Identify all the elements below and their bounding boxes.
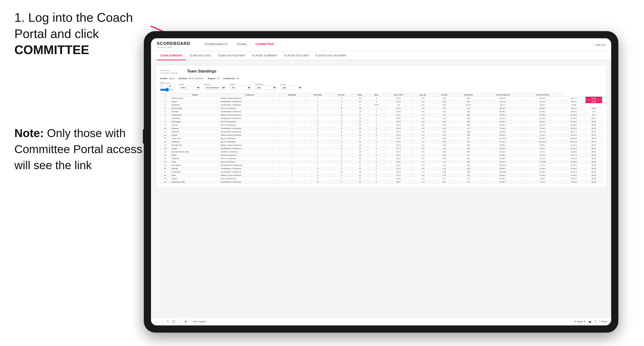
table-cell: Pac-12 Conference [220, 177, 280, 180]
table-cell: 24 [160, 174, 171, 177]
table-cell: 275.7 [385, 113, 412, 117]
toolbar-watch[interactable]: 👁 Watch ▼ [574, 320, 586, 323]
table-cell: 2 [160, 100, 171, 103]
table-cell: 16 [160, 147, 171, 150]
table-cell: 268 [455, 124, 482, 127]
table-cell: 27 [352, 160, 368, 164]
min-rounds-input-2[interactable] [168, 84, 175, 88]
min-rounds-slider[interactable] [160, 88, 174, 91]
table-cell: 2.20 [434, 113, 455, 117]
table-cell: 4 [304, 117, 331, 120]
table-cell: New Mexico [170, 164, 220, 167]
school-select[interactable]: (All) [280, 86, 302, 90]
conference-select[interactable]: (All) [255, 86, 276, 90]
table-cell: Southeastern Conference [220, 127, 280, 130]
sub-nav-player-summary[interactable]: PLAYER SUMMARY [249, 51, 281, 60]
table-cell: 9 [331, 160, 352, 164]
sub-nav-player-h2h-heatmap[interactable]: PLAYER H2H HEATMAP [312, 51, 350, 60]
nav-committee[interactable]: COMMITTEE [251, 38, 278, 51]
toolbar-copy[interactable]: 📋 [171, 320, 176, 324]
logo-area: SCOREBOARD Powered by clippd [157, 41, 190, 48]
table-cell: -5.0 [412, 110, 434, 113]
toolbar-view[interactable]: View: Original [193, 320, 206, 323]
filter-division: Division: NCAA Division I [178, 77, 204, 80]
toolbar-back[interactable]: ← [155, 320, 160, 324]
card-header: Update time: 27/03/2024 16:56:26 Team St… [160, 69, 602, 74]
toolbar-refresh[interactable]: ↻ [166, 320, 170, 324]
table-cell: 23-33-1 [562, 177, 586, 180]
min-rounds-input-1[interactable] [160, 84, 167, 88]
table-cell: -4.0 [412, 107, 434, 110]
table-cell: 8 [160, 120, 171, 124]
table-cell: 3 [368, 130, 385, 134]
table-cell: Pac-12 Conference [220, 124, 280, 127]
table-cell: Oregon [170, 177, 220, 180]
table-cell: 82-25-1 [482, 154, 523, 157]
table-cell: 23 [352, 120, 368, 124]
logo-scoreboard: SCOREBOARD [157, 41, 190, 46]
toolbar-forward[interactable]: → [160, 320, 165, 324]
table-cell: 278.1 [385, 150, 412, 154]
table-row: 5Ole MissSoutheastern Conference—3618127… [160, 110, 602, 113]
table-cell: 4 [368, 150, 385, 154]
table-cell: Atlantic Coast Conference [220, 113, 280, 117]
table-cell: -3.1 [412, 140, 434, 144]
division-select[interactable]: NCAA Division I [204, 86, 226, 90]
table-cell: 60-26-2 [562, 113, 586, 117]
table-cell: 258 [455, 147, 482, 150]
table-cell: 8 [331, 134, 352, 137]
sign-out-link[interactable]: Sign out [596, 43, 606, 46]
table-cell: 80.71 [586, 117, 602, 120]
table-cell: 0.97 [434, 180, 455, 184]
table-cell: 9 [331, 174, 352, 177]
table-cell: 23 [160, 170, 171, 174]
table-cell: 7 [304, 147, 331, 150]
table-cell: 2.01 [434, 134, 455, 137]
table-cell: 38-6-0 [523, 103, 562, 107]
table-cell: — [280, 97, 304, 100]
toolbar-screenshot[interactable]: 📷 [589, 320, 591, 323]
table-cell: Southeastern Conference [220, 147, 280, 150]
table-cell: Vanderbilt [170, 103, 220, 107]
table-cell: 24 [352, 140, 368, 144]
table-cell: 9-12-1 [523, 164, 562, 167]
sub-nav-team-summary[interactable]: TEAM SUMMARY [157, 51, 186, 60]
table-cell: 1 [368, 110, 385, 113]
table-cell: 7 [160, 117, 171, 120]
sub-nav-player-h2h-grid[interactable]: PLAYER H2H GRID [281, 51, 312, 60]
table-cell: 2 [304, 103, 331, 107]
table-cell: 255 [455, 117, 482, 120]
card-title: Team Standings [187, 69, 216, 73]
table-cell: Ole Miss [170, 110, 220, 113]
sub-nav-team-h2h-heatmap[interactable]: TEAM H2H HEATMAP [214, 51, 249, 60]
toolbar-add[interactable]: + [177, 320, 180, 324]
table-cell: 1.39 [434, 174, 455, 177]
sub-nav-team-h2h-grid[interactable]: TEAM H2H GRID [186, 51, 214, 60]
table-cell: 33-44-3 [562, 170, 586, 174]
toolbar-expand[interactable]: ❐ [594, 320, 596, 323]
table-row: 6Florida StateAtlantic Coast Conference—… [160, 113, 602, 117]
table-cell: 50-15-10 [562, 140, 586, 144]
gender-select[interactable]: Men's [179, 86, 200, 90]
table-cell: 2 [368, 157, 385, 160]
toolbar-share[interactable]: ⇧ Share [599, 320, 607, 323]
table-cell: -2.0 [412, 170, 434, 174]
table-row: 2AuburnSoutheastern Conference—19276273.… [160, 100, 602, 103]
table-cell: 9-24-0 [523, 147, 562, 150]
region-select[interactable]: N/A [230, 86, 251, 90]
nav-tournaments[interactable]: TOURNAMENTS [200, 38, 232, 51]
table-cell: 278.7 [385, 164, 412, 167]
top-nav: SCOREBOARD Powered by clippd TOURNAMENTS… [151, 38, 611, 51]
table-row: 16FloridaSoutheastern Conference—7924427… [160, 147, 602, 150]
table-cell: 6 [331, 110, 352, 113]
table-cell: 80.57 [586, 134, 602, 137]
table-cell: 9 [304, 170, 331, 174]
nav-teams[interactable]: TEAMS [232, 38, 251, 51]
col-adj-par: Adj. To Par [385, 93, 412, 97]
toolbar-clock[interactable]: ◉ [184, 320, 188, 324]
table-cell: 265 [455, 107, 482, 110]
table-cell: 1 [304, 97, 331, 100]
table-cell: -2.9 [412, 147, 434, 150]
table-cell: 63-15-1 [482, 110, 523, 113]
table-cell: 4 [368, 124, 385, 127]
